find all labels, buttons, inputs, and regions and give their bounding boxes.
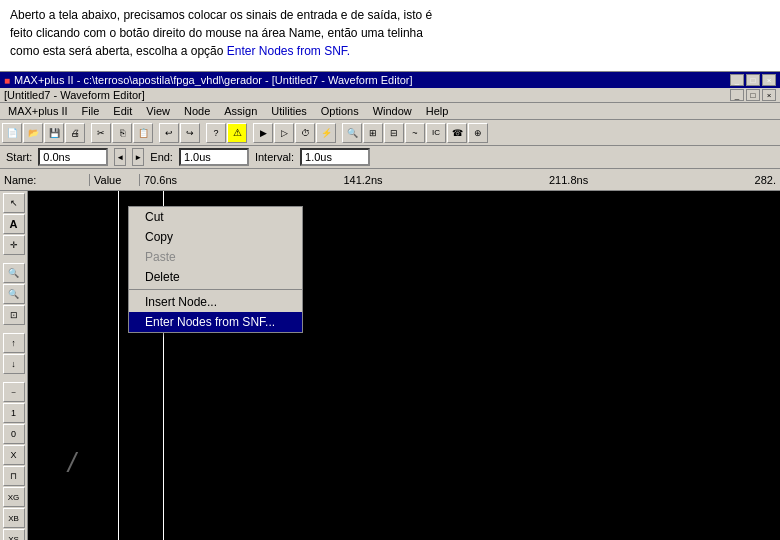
maximize-button[interactable]: □	[746, 74, 760, 86]
lt-high-btn[interactable]: 1	[3, 403, 25, 423]
lt-xs-btn[interactable]: XS	[3, 529, 25, 540]
lt-fit-btn[interactable]: ⊡	[3, 305, 25, 325]
tb-btn-timing[interactable]: ⏱	[295, 123, 315, 143]
title-left: ■ MAX+plus II - c:\terroso\apostila\fpga…	[4, 74, 413, 86]
tb-btn-copy[interactable]: ⎘	[112, 123, 132, 143]
menu-utilities[interactable]: Utilities	[265, 104, 312, 118]
inner-restore-button[interactable]: □	[746, 89, 760, 101]
tb-btn-compile[interactable]: ▶	[253, 123, 273, 143]
lt-zoom-in-btn[interactable]: 🔍	[3, 263, 25, 283]
waveform-canvas[interactable]: Cut Copy Paste Delete Insert Node... Ent…	[28, 191, 780, 540]
ctx-delete[interactable]: Delete	[129, 267, 302, 287]
tb-btn-zoom[interactable]: 🔍	[342, 123, 362, 143]
menu-bar: MAX+plus II File Edit View Node Assign U…	[0, 103, 780, 120]
inner-title-bar: [Untitled7 - Waveform Editor] _ □ ×	[0, 88, 780, 103]
waveform-body-container: ↖ A ✛ 🔍 🔍 ⊡ ↑ ↓ ~ 1 0 X ⊓ XG XB XS	[0, 191, 780, 540]
instruction-area: Aberto a tela abaixo, precisamos colocar…	[0, 0, 780, 72]
lt-down-btn[interactable]: ↓	[3, 354, 25, 374]
tb-btn-new[interactable]: 📄	[2, 123, 22, 143]
tb-sep-5	[337, 123, 341, 143]
tb-btn-warn[interactable]: ⚠	[227, 123, 247, 143]
tb-btn-cut[interactable]: ✂	[91, 123, 111, 143]
instruction-highlight: Enter Nodes from SNF.	[227, 44, 350, 58]
tb-btn-fit[interactable]: ⊞	[363, 123, 383, 143]
lt-text-btn[interactable]: A	[3, 214, 25, 234]
instruction-text-2: feito clicando com o botão direito do mo…	[10, 26, 423, 40]
interval-input[interactable]	[300, 148, 370, 166]
ctx-copy[interactable]: Copy	[129, 227, 302, 247]
tb-btn-open[interactable]: 📂	[23, 123, 43, 143]
tb-btn-paste[interactable]: 📋	[133, 123, 153, 143]
cursor-line-1	[118, 191, 119, 540]
menu-maxplus[interactable]: MAX+plus II	[2, 104, 74, 118]
inner-close-button[interactable]: ×	[762, 89, 776, 101]
inner-title-text: [Untitled7 - Waveform Editor]	[4, 89, 145, 101]
end-input[interactable]	[179, 148, 249, 166]
time-toolbar: Start: ◄ ► End: Interval:	[0, 146, 780, 169]
ctx-insert-node[interactable]: Insert Node...	[129, 292, 302, 312]
inner-win-controls: _ □ ×	[730, 89, 776, 101]
end-label: End:	[150, 151, 173, 163]
tb-sep-4	[248, 123, 252, 143]
left-toolbar: ↖ A ✛ 🔍 🔍 ⊡ ↑ ↓ ~ 1 0 X ⊓ XG XB XS	[0, 191, 28, 540]
time-marker-4: 282.	[755, 174, 776, 186]
inner-minimize-button[interactable]: _	[730, 89, 744, 101]
app-icon: ■	[4, 75, 10, 86]
ctx-paste: Paste	[129, 247, 302, 267]
editor-container: Name: Value 70.6ns 141.2ns 211.8ns 282. …	[0, 169, 780, 540]
tb-btn-redo[interactable]: ↪	[180, 123, 200, 143]
start-input[interactable]	[38, 148, 108, 166]
menu-view[interactable]: View	[140, 104, 176, 118]
tb-btn-hier[interactable]: ⊕	[468, 123, 488, 143]
ctx-cut[interactable]: Cut	[129, 207, 302, 227]
time-marker-3: 211.8ns	[549, 174, 588, 186]
time-markers: 70.6ns 141.2ns 211.8ns 282.	[140, 174, 780, 186]
menu-window[interactable]: Window	[367, 104, 418, 118]
menu-node[interactable]: Node	[178, 104, 216, 118]
tb-btn-save[interactable]: 💾	[44, 123, 64, 143]
start-dec-button[interactable]: ◄	[114, 148, 126, 166]
start-label: Start:	[6, 151, 32, 163]
tb-sep-3	[201, 123, 205, 143]
tb-btn-sim[interactable]: ▷	[274, 123, 294, 143]
lt-clk-btn[interactable]: ⊓	[3, 466, 25, 486]
name-column-header: Name:	[0, 174, 90, 186]
tb-btn-grid[interactable]: ⊟	[384, 123, 404, 143]
lt-inv-btn[interactable]: X	[3, 445, 25, 465]
tb-btn-help[interactable]: ?	[206, 123, 226, 143]
instruction-text-1: Aberto a tela abaixo, precisamos colocar…	[10, 8, 432, 22]
value-column-header: Value	[90, 174, 140, 186]
menu-help[interactable]: Help	[420, 104, 455, 118]
lt-up-btn[interactable]: ↑	[3, 333, 25, 353]
tb-btn-chip[interactable]: IC	[426, 123, 446, 143]
tb-btn-prog[interactable]: ⚡	[316, 123, 336, 143]
tb-btn-wf[interactable]: ~	[405, 123, 425, 143]
tb-btn-undo[interactable]: ↩	[159, 123, 179, 143]
menu-file[interactable]: File	[76, 104, 106, 118]
tb-btn-print[interactable]: 🖨	[65, 123, 85, 143]
ctx-enter-nodes[interactable]: Enter Nodes from SNF...	[129, 312, 302, 332]
lt-select-btn[interactable]: ↖	[3, 193, 25, 213]
interval-label: Interval:	[255, 151, 294, 163]
lt-cross-btn[interactable]: ✛	[3, 235, 25, 255]
menu-options[interactable]: Options	[315, 104, 365, 118]
close-button[interactable]: ×	[762, 74, 776, 86]
minimize-button[interactable]: _	[730, 74, 744, 86]
time-marker-1: 70.6ns	[144, 174, 177, 186]
tb-btn-phone[interactable]: ☎	[447, 123, 467, 143]
main-toolbar: 📄 📂 💾 🖨 ✂ ⎘ 📋 ↩ ↪ ? ⚠ ▶ ▷ ⏱ ⚡ 🔍 ⊞ ⊟ ~ IC…	[0, 120, 780, 146]
lt-xb-btn[interactable]: XB	[3, 508, 25, 528]
lt-xg-btn[interactable]: XG	[3, 487, 25, 507]
main-content: ■ MAX+plus II - c:\terroso\apostila\fpga…	[0, 72, 780, 540]
menu-edit[interactable]: Edit	[107, 104, 138, 118]
lt-zoom-out-btn[interactable]: 🔍	[3, 284, 25, 304]
ctx-separator	[129, 289, 302, 290]
win-controls: _ □ ×	[730, 74, 776, 86]
title-text: MAX+plus II - c:\terroso\apostila\fpga_v…	[14, 74, 413, 86]
context-menu: Cut Copy Paste Delete Insert Node... Ent…	[128, 206, 303, 333]
menu-assign[interactable]: Assign	[218, 104, 263, 118]
lt-low-btn[interactable]: 0	[3, 424, 25, 444]
title-bar: ■ MAX+plus II - c:\terroso\apostila\fpga…	[0, 72, 780, 88]
start-inc-button[interactable]: ►	[132, 148, 144, 166]
lt-sig-btn[interactable]: ~	[3, 382, 25, 402]
